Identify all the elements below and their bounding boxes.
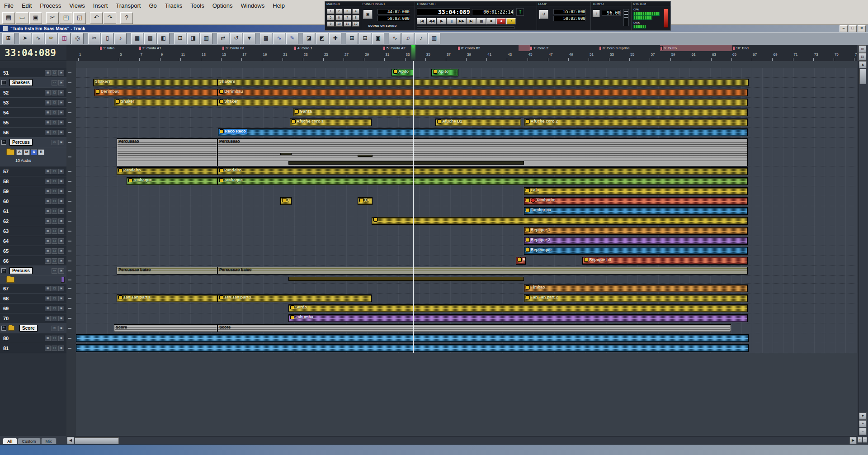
clip-shakers[interactable]: Shakers bbox=[217, 79, 749, 86]
fx-icon[interactable]: ▢ bbox=[52, 238, 57, 244]
track-header-percuss[interactable]: −Percuss▭▣ bbox=[0, 137, 66, 147]
clip-t[interactable]: T bbox=[280, 197, 292, 205]
track-header-56[interactable]: 56▦▢▣ bbox=[0, 128, 66, 137]
ruler-marker-10-end[interactable]: 10: End bbox=[732, 46, 749, 50]
clip-tamborim[interactable]: Tamborim bbox=[524, 197, 748, 205]
clip-atabaque[interactable]: Atabaque bbox=[127, 177, 217, 185]
marker-drop-icon[interactable]: ▼ bbox=[243, 33, 255, 44]
menu-item-transport[interactable]: Transport bbox=[112, 1, 145, 10]
vertical-scroll-thumb[interactable] bbox=[859, 69, 866, 84]
marker-button-3[interactable]: 3 bbox=[344, 9, 351, 14]
clip-tamborica[interactable]: Tamborica bbox=[524, 207, 748, 215]
horizontal-zoom-out-icon[interactable]: − bbox=[863, 437, 867, 443]
clip-atabaque[interactable]: Atabaque bbox=[217, 177, 748, 185]
ruler-marker-4-coro-1[interactable]: 4: Coro 1 bbox=[294, 46, 312, 50]
playhead-marker-icon[interactable] bbox=[411, 45, 415, 48]
grid-toggle-icon[interactable]: ▦ bbox=[131, 33, 143, 44]
object-cursor-icon[interactable]: ➤ bbox=[19, 33, 31, 44]
s-button[interactable]: S bbox=[31, 149, 37, 155]
ruler-marker-5-canta-a2[interactable]: 5: Canta A2 bbox=[383, 46, 406, 50]
marker-button-1[interactable]: 1 bbox=[327, 9, 335, 14]
menu-item-windows[interactable]: Windows bbox=[237, 1, 269, 10]
transport-panel-expand-icon[interactable]: ⇑ bbox=[516, 8, 524, 16]
clip-fpercbx[interactable] bbox=[288, 277, 524, 281]
group-icon[interactable]: ⊞ bbox=[346, 33, 358, 44]
clip-tan-tan-part-1[interactable]: Tan Tan part 1 bbox=[117, 294, 217, 302]
zoom-preset-icon[interactable]: ⊞ bbox=[859, 45, 866, 53]
monitor-icon[interactable]: ▣ bbox=[58, 238, 64, 244]
clip-repenique[interactable]: Repenique bbox=[524, 247, 748, 255]
monitor-icon[interactable]: ▣ bbox=[58, 336, 64, 341]
track-header-51[interactable]: 51▦▢▣ bbox=[0, 68, 66, 78]
glue-object-icon[interactable]: ▯ bbox=[101, 33, 113, 44]
fx-icon[interactable]: ▢ bbox=[52, 120, 57, 125]
minimize-track-icon[interactable]: ▭ bbox=[52, 326, 57, 331]
marker-button-8[interactable]: 8 bbox=[352, 15, 360, 20]
track-setup-icon[interactable]: ⊞ bbox=[2, 33, 14, 44]
monitor-icon[interactable]: ▣ bbox=[58, 70, 64, 76]
freeze-icon[interactable]: ▦ bbox=[45, 248, 51, 254]
freeze-icon[interactable]: ▦ bbox=[45, 209, 51, 214]
automation-icon[interactable]: ∿ bbox=[273, 33, 285, 44]
track-header-81[interactable]: 81▦▢▣ bbox=[0, 343, 66, 353]
punch-record-button[interactable]: ▣ bbox=[363, 10, 373, 19]
pause-button[interactable]: || bbox=[447, 18, 456, 24]
monitor-icon[interactable]: ▣ bbox=[58, 258, 64, 264]
minimize-track-icon[interactable]: ▭ bbox=[52, 268, 57, 274]
menu-item-help[interactable]: Help bbox=[269, 1, 289, 10]
scroll-up-icon[interactable]: ▲ bbox=[859, 61, 867, 68]
fx-icon[interactable]: ▢ bbox=[52, 248, 57, 254]
fx-icon[interactable]: ▢ bbox=[52, 90, 57, 95]
m-button[interactable]: M bbox=[24, 149, 30, 155]
maximize-track-icon[interactable]: ▣ bbox=[58, 326, 64, 331]
clip-apito[interactable]: Apito bbox=[431, 69, 458, 76]
monitor-icon[interactable]: ▣ bbox=[58, 110, 64, 115]
clip-berimbau[interactable]: Berimbau bbox=[217, 89, 748, 96]
object-edit-3-icon[interactable]: ▥ bbox=[200, 33, 212, 44]
copy-button[interactable]: ◰ bbox=[60, 12, 72, 24]
track-header-fpercx[interactable]: AMSR10 Audio bbox=[0, 147, 66, 166]
clip-r62[interactable] bbox=[372, 217, 748, 225]
tab-all[interactable]: All bbox=[3, 438, 17, 444]
fx-icon[interactable]: ▢ bbox=[52, 346, 57, 351]
marker-button-5[interactable]: 5 bbox=[327, 15, 335, 20]
clip-berimbau[interactable]: Berimbau bbox=[94, 89, 217, 96]
loop-mode-icon[interactable]: ↺ bbox=[230, 33, 242, 44]
cut-button[interactable]: ✂ bbox=[46, 12, 59, 24]
track-header-score[interactable]: +Score▭▣ bbox=[0, 323, 66, 333]
clip-ganza[interactable]: Ganza bbox=[293, 109, 748, 116]
clip-surdo[interactable]: Surdo bbox=[288, 304, 748, 312]
monitor-icon[interactable]: ▣ bbox=[58, 209, 64, 214]
ruler-marker-3-canta-b1[interactable]: 3: Canta B1 bbox=[222, 46, 245, 50]
freeze-icon[interactable]: ▦ bbox=[45, 336, 51, 341]
loop-start-time[interactable]: 55:02:000 bbox=[553, 9, 586, 14]
tab-mix[interactable]: Mix bbox=[41, 438, 57, 444]
tempo-value-display[interactable]: 96.00 bbox=[602, 10, 621, 16]
new-button[interactable]: ▤ bbox=[2, 12, 15, 24]
ruler-marker-7-coro-2[interactable]: 7: Coro 2 bbox=[530, 46, 548, 50]
track-header-59[interactable]: 59▦▢▣ bbox=[0, 186, 66, 196]
punch-out-time[interactable]: 58:03:000 bbox=[377, 16, 410, 21]
vertical-zoom-in-icon[interactable]: + bbox=[859, 420, 867, 427]
pitch-tool-icon[interactable]: ♪ bbox=[114, 33, 127, 44]
track-header-53[interactable]: 53▦▢▣ bbox=[0, 98, 66, 108]
clip-fperc[interactable] bbox=[288, 161, 524, 165]
eraser-icon[interactable]: ◫ bbox=[58, 33, 71, 44]
marker-button-7[interactable]: 7 bbox=[344, 15, 351, 20]
fx-icon[interactable]: ▢ bbox=[52, 296, 57, 301]
clip-ta[interactable]: Ta bbox=[358, 197, 373, 205]
clip-pandeiro[interactable]: Pandeiro bbox=[217, 167, 748, 175]
minimize-track-icon[interactable]: ▭ bbox=[52, 80, 57, 85]
record-button[interactable]: ● bbox=[496, 18, 506, 24]
monitor-icon[interactable]: ▣ bbox=[58, 346, 64, 351]
score-editor-icon[interactable]: ♪ bbox=[415, 33, 427, 44]
clip-lala[interactable]: Lala bbox=[524, 187, 748, 195]
menu-item-options[interactable]: Options bbox=[208, 1, 237, 10]
fx-icon[interactable]: ▢ bbox=[52, 218, 57, 224]
freeze-icon[interactable]: ▦ bbox=[45, 130, 51, 135]
clip-r81[interactable] bbox=[76, 344, 749, 352]
track-lane-51[interactable] bbox=[76, 68, 857, 78]
fx-icon[interactable]: ▢ bbox=[52, 169, 57, 174]
track-header-percuss[interactable]: −Percuss▭▣ bbox=[0, 266, 66, 276]
folder-expand-icon[interactable]: + bbox=[1, 326, 6, 331]
